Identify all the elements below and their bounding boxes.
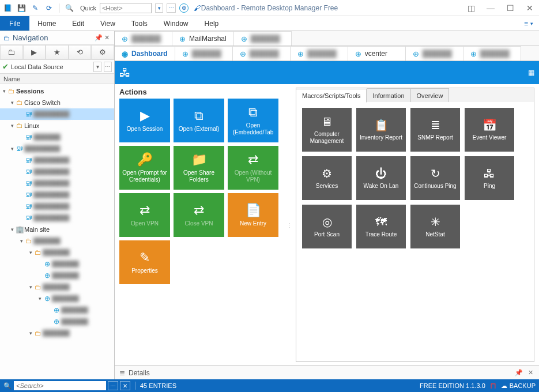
- tab-mailmarshal[interactable]: ⊕MailMarshal: [172, 31, 234, 46]
- tab-blurred-1[interactable]: ⊕██████: [175, 46, 233, 61]
- nav-folder-button[interactable]: 🗀: [0, 45, 23, 59]
- navigation-tree[interactable]: ▾🗀Sessions ▾🗀Cisco Switch 🖳████████ ▾🗀Li…: [0, 84, 114, 379]
- tab-blurred-6[interactable]: ⊕██████: [463, 46, 521, 61]
- tree-cisco-switch[interactable]: ▾🗀Cisco Switch: [0, 97, 114, 108]
- view-menu[interactable]: View: [92, 16, 123, 31]
- tree-item[interactable]: ▾🗀██████: [0, 281, 114, 293]
- action-open-external-[interactable]: ⧉Open (External): [174, 99, 224, 142]
- edit-menu[interactable]: Edit: [64, 16, 92, 31]
- tool-inventory-report[interactable]: 📋Inventory Report: [356, 108, 406, 152]
- dashboard-connect-icon[interactable]: 🖧: [119, 66, 131, 80]
- action-open-vpn[interactable]: ⇄Open VPN: [119, 193, 170, 237]
- save-icon[interactable]: 💾: [16, 3, 27, 13]
- edit-icon[interactable]: ✎: [30, 3, 40, 13]
- tree-item[interactable]: 🖳████████: [0, 154, 114, 166]
- action-open-without-vpn-[interactable]: ⇄Open (Without VPN): [228, 146, 278, 190]
- datasource-more-icon[interactable]: ⋯: [104, 62, 112, 72]
- nav-pin-icon[interactable]: 📌: [95, 34, 103, 42]
- tree-item[interactable]: 🖳████████: [0, 178, 114, 189]
- tree-item[interactable]: ▾⊕██████: [0, 293, 114, 304]
- tree-item[interactable]: 🖳████████: [0, 201, 114, 212]
- action-new-entry[interactable]: 📄New Entry: [228, 193, 278, 237]
- tool-continuous-ping[interactable]: ↻Continuous Ping: [410, 156, 460, 200]
- tree-item[interactable]: ▾🗀██████: [0, 247, 114, 258]
- tool-event-viewer[interactable]: 📅Event Viewer: [465, 108, 514, 152]
- window-menu[interactable]: Window: [156, 16, 197, 31]
- tree-item[interactable]: ▾🗀██████: [0, 327, 114, 339]
- app-icon[interactable]: 📘: [2, 3, 13, 13]
- tree-item[interactable]: 🖳████████: [0, 166, 114, 178]
- magnet-icon[interactable]: ⊓: [490, 381, 496, 390]
- tree-item[interactable]: 🖳██████: [0, 131, 114, 143]
- search-icon[interactable]: 🔍: [64, 3, 74, 13]
- nav-play-button[interactable]: ▶: [23, 45, 46, 59]
- connect-icon[interactable]: ⊕: [179, 3, 189, 13]
- home-menu[interactable]: Home: [29, 16, 64, 31]
- file-menu[interactable]: File: [0, 16, 29, 31]
- nav-favorite-button[interactable]: ★: [46, 45, 69, 59]
- host-dropdown-icon[interactable]: ▾: [155, 3, 163, 13]
- tool-ping[interactable]: 🖧Ping: [465, 156, 514, 200]
- datasource-dropdown-icon[interactable]: ▾: [93, 62, 101, 72]
- tree-item[interactable]: 🖳████████: [0, 189, 114, 201]
- tool-netstat[interactable]: ✳NetStat: [410, 205, 460, 248]
- host-more-icon[interactable]: ⋯: [167, 3, 176, 13]
- tree-item[interactable]: 🖳████████: [0, 108, 114, 120]
- tree-item[interactable]: ⊕██████: [0, 316, 114, 327]
- tool-snmp-report[interactable]: ≣SNMP Report: [410, 108, 460, 152]
- details-close-icon[interactable]: ✕: [526, 369, 534, 376]
- tree-item[interactable]: ⊕██████: [0, 270, 114, 281]
- nav-history-button[interactable]: ⟲: [69, 45, 92, 59]
- tool-port-scan[interactable]: ◎Port Scan: [302, 205, 352, 248]
- tab-macros[interactable]: Macros/Scripts/Tools: [296, 89, 367, 103]
- tab-blurred-3[interactable]: ⊕██████: [291, 46, 348, 61]
- status-search-more-icon[interactable]: ⋯: [108, 381, 118, 390]
- help-menu[interactable]: Help: [197, 16, 227, 31]
- host-input[interactable]: [100, 3, 152, 13]
- tool-wake-on-lan[interactable]: ⏻Wake On Lan: [356, 156, 406, 200]
- dashboard-grid-icon[interactable]: ▦: [528, 69, 534, 77]
- status-search-input[interactable]: [14, 381, 106, 390]
- action-open-session[interactable]: ▶Open Session: [119, 99, 170, 142]
- action-open-share-folders[interactable]: 📁Open Share Folders: [174, 146, 224, 190]
- nav-settings-button[interactable]: ⚙: [91, 45, 114, 59]
- tab-blurred-2[interactable]: ⊕██████: [233, 46, 291, 61]
- ribbon-toggle[interactable]: ≡▾: [518, 16, 539, 31]
- tree-linux[interactable]: ▾🗀Linux: [0, 120, 114, 131]
- action-open-embedded-tab[interactable]: ⧉Open (Embedded/Tab: [228, 99, 278, 142]
- tree-item[interactable]: ▾🖳████████: [0, 143, 114, 154]
- tree-sessions[interactable]: ▾🗀Sessions: [0, 85, 114, 97]
- datasource-row[interactable]: ✔ Local Data Source ▾ ⋯: [0, 60, 114, 74]
- close-icon[interactable]: ✕: [523, 3, 537, 13]
- tab-blurred-2[interactable]: ⊕██████: [234, 31, 292, 46]
- maximize-icon[interactable]: ☐: [503, 3, 517, 13]
- tree-item[interactable]: ▾🗀██████: [0, 235, 114, 247]
- tab-overview[interactable]: Overview: [411, 88, 450, 102]
- refresh-icon[interactable]: ⟳: [44, 3, 54, 13]
- action-open-prompt-for-credentials-[interactable]: 🔑Open (Prompt for Credentials): [119, 146, 170, 190]
- tree-item[interactable]: ⊕██████: [0, 258, 114, 270]
- action-close-vpn[interactable]: ⇄Close VPN: [174, 193, 224, 237]
- tool-computer-management[interactable]: 🖥Computer Management: [302, 108, 352, 152]
- help-window-icon[interactable]: ◫: [464, 3, 478, 13]
- backup-button[interactable]: ☁ BACKUP: [501, 382, 536, 390]
- tree-main-site[interactable]: ▾🏢Main site: [0, 224, 114, 235]
- minimize-icon[interactable]: —: [484, 3, 497, 13]
- splitter-handle[interactable]: ⋮: [288, 88, 291, 362]
- tab-vcenter[interactable]: ⊕vcenter: [348, 46, 406, 61]
- nav-close-icon[interactable]: ✕: [103, 34, 111, 42]
- status-search-clear-icon[interactable]: ✕: [120, 381, 130, 390]
- action-properties[interactable]: ✎Properties: [119, 240, 170, 284]
- details-pin-icon[interactable]: 📌: [515, 369, 523, 376]
- tab-information[interactable]: Information: [367, 88, 410, 102]
- status-search-icon[interactable]: 🔍: [3, 382, 12, 390]
- tools-menu[interactable]: Tools: [123, 16, 156, 31]
- tool-trace-route[interactable]: 🗺Trace Route: [356, 205, 406, 248]
- tab-dashboard[interactable]: ◉Dashboard: [115, 46, 175, 61]
- tool-services[interactable]: ⚙Services: [302, 156, 352, 200]
- tree-column-header[interactable]: Name: [0, 74, 114, 84]
- tab-blurred-5[interactable]: ⊕██████: [406, 46, 463, 61]
- tree-item[interactable]: 🖳████████: [0, 212, 114, 224]
- tree-item[interactable]: ⊕██████: [0, 304, 114, 316]
- tab-blurred-0[interactable]: ⊕██████: [115, 31, 172, 46]
